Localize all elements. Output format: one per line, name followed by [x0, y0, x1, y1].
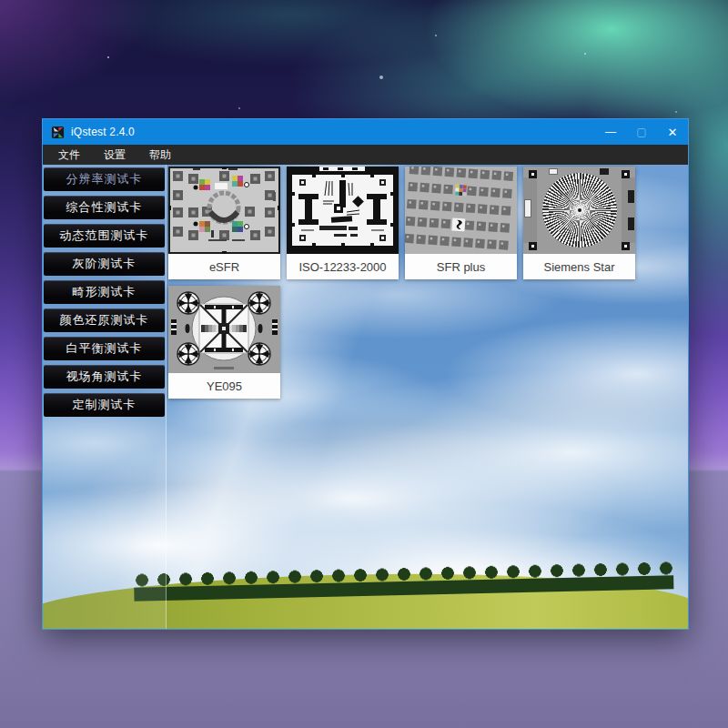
ye095-chart-thumbnail: [168, 286, 280, 373]
sidebar-item-resolution[interactable]: 分辨率测试卡: [44, 167, 165, 191]
card-siemens-star[interactable]: Siemens Star: [523, 167, 635, 279]
sidebar-item-custom[interactable]: 定制测试卡: [44, 393, 165, 417]
window-controls: — ▢ ✕: [595, 119, 688, 145]
sfrplus-chart-thumbnail: [405, 167, 517, 254]
sidebar-item-white-balance[interactable]: 白平衡测试卡: [44, 337, 165, 360]
white-patch: [549, 168, 558, 175]
chart-card-grid: eSFR: [168, 167, 678, 399]
sidebar-item-field-of-view[interactable]: 视场角测试卡: [44, 365, 165, 389]
black-patch: [600, 168, 609, 175]
card-iso12233[interactable]: ISO-12233-2000: [287, 167, 399, 279]
card-ye095[interactable]: YE095: [168, 286, 280, 399]
close-button[interactable]: ✕: [657, 119, 688, 145]
card-label: ISO-12233-2000: [287, 254, 399, 279]
fiducial-mark: [622, 170, 630, 178]
maximize-button[interactable]: ▢: [626, 119, 657, 145]
card-esfr[interactable]: eSFR: [168, 167, 280, 279]
app-logo-icon: [51, 126, 65, 139]
black-patch: [628, 190, 634, 203]
white-patch: [524, 199, 531, 217]
menu-settings[interactable]: 设置: [92, 145, 137, 165]
esfr-chart-thumbnail: [168, 167, 280, 254]
siemens-star-chart-thumbnail: [523, 167, 635, 254]
black-patch: [628, 217, 634, 230]
stars-decoration: [0, 0, 2, 2]
card-sfrplus[interactable]: SFR plus: [405, 167, 517, 279]
fiducial-mark: [622, 242, 630, 250]
minimize-button[interactable]: —: [595, 119, 626, 145]
card-label: YE095: [168, 373, 280, 399]
content-area: 分辨率测试卡 综合性测试卡 动态范围测试卡 灰阶测试卡 畸形测试卡 颜色还原测试…: [43, 165, 688, 629]
window-title: iQstest 2.4.0: [71, 126, 135, 138]
sidebar-item-dynamic-range[interactable]: 动态范围测试卡: [44, 224, 165, 248]
menu-help[interactable]: 帮助: [137, 145, 183, 165]
card-label: eSFR: [168, 254, 280, 279]
menu-file[interactable]: 文件: [46, 145, 92, 165]
sidebar-item-color-reproduction[interactable]: 颜色还原测试卡: [44, 308, 165, 332]
sidebar-item-grayscale[interactable]: 灰阶测试卡: [44, 252, 165, 276]
app-window: iQstest 2.4.0 — ▢ ✕ 文件 设置 帮助 分辨率测试卡 综合性测…: [42, 118, 689, 630]
sidebar-item-distortion[interactable]: 畸形测试卡: [44, 280, 165, 304]
card-label: SFR plus: [405, 254, 517, 279]
menubar: 文件 设置 帮助: [43, 145, 688, 165]
fiducial-mark: [529, 170, 537, 178]
card-label: Siemens Star: [523, 254, 635, 279]
sidebar: 分辨率测试卡 综合性测试卡 动态范围测试卡 灰阶测试卡 畸形测试卡 颜色还原测试…: [43, 165, 167, 629]
gray-band: [622, 177, 635, 243]
fiducial-mark: [529, 242, 537, 250]
iso12233-chart-thumbnail: [287, 167, 399, 254]
sidebar-item-comprehensive[interactable]: 综合性测试卡: [44, 196, 165, 219]
desktop-background: iQstest 2.4.0 — ▢ ✕ 文件 设置 帮助 分辨率测试卡 综合性测…: [0, 0, 728, 728]
titlebar: iQstest 2.4.0 — ▢ ✕: [43, 119, 688, 145]
star-center-dot: [578, 208, 581, 212]
